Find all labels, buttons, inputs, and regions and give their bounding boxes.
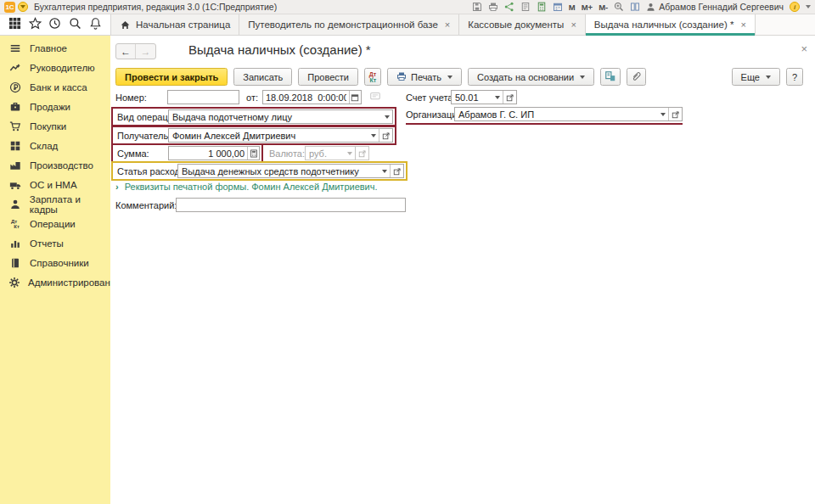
sidebar-item-label: Руководителю: [30, 63, 95, 73]
tab-guide[interactable]: Путеводитель по демонстрационной базе ×: [239, 14, 459, 35]
attachments-button[interactable]: [627, 68, 646, 86]
share-icon[interactable]: [504, 2, 514, 12]
expense-item-dropdown-icon[interactable]: [379, 165, 390, 177]
calculator-button-icon[interactable]: [247, 147, 259, 160]
preview-icon[interactable]: [520, 2, 531, 12]
comment-input[interactable]: [177, 199, 405, 211]
sidebar-item-payroll-hr[interactable]: Зарплата и кадры: [0, 194, 110, 214]
print-details-expander[interactable]: › Реквизиты печатной формы. Фомин Алексе…: [115, 182, 378, 192]
close-tab-icon[interactable]: ×: [740, 20, 745, 30]
tab-label: Начальная страница: [136, 20, 230, 30]
sidebar-item-label: Справочники: [30, 258, 89, 268]
calculator-icon[interactable]: [537, 2, 547, 12]
calendar-icon[interactable]: [553, 2, 563, 12]
post-button[interactable]: Провести: [298, 68, 358, 86]
ruble-coin-icon: [8, 81, 22, 93]
sidebar-item-fixed-assets[interactable]: ОС и НМА: [0, 175, 110, 194]
main-menu-icon[interactable]: [8, 17, 21, 33]
briefcase-icon: [8, 101, 22, 113]
system-menu-icon[interactable]: [18, 2, 28, 12]
back-arrow-icon[interactable]: ←: [116, 44, 136, 59]
sidebar-item-bank-cash[interactable]: Банк и касса: [0, 77, 110, 97]
account-dropdown-icon[interactable]: [492, 91, 503, 104]
search-icon[interactable]: [69, 17, 82, 33]
close-tab-icon[interactable]: ×: [570, 20, 576, 30]
sidebar-item-sales[interactable]: Продажи: [0, 97, 110, 116]
navigation-buttons: ← →: [115, 43, 156, 59]
help-button[interactable]: ?: [786, 68, 803, 86]
sidebar-item-purchases[interactable]: Покупки: [0, 116, 110, 136]
memory-m-button[interactable]: M: [569, 3, 576, 12]
print-details-link[interactable]: Реквизиты печатной формы. Фомин Алексей …: [125, 182, 378, 192]
close-tab-icon[interactable]: ×: [445, 20, 450, 30]
document-form: ← → Выдача наличных (создание) * × Прове…: [110, 36, 815, 504]
paperclip-icon: [631, 70, 642, 83]
memory-m-minus-button[interactable]: M-: [599, 3, 608, 12]
recipient-value[interactable]: Фомин Алексей Дмитриевич: [169, 131, 368, 141]
tab-label: Выдача наличных (создание) *: [594, 20, 734, 30]
sidebar-item-catalogs[interactable]: Справочники: [0, 253, 110, 272]
dtkt-postings-button[interactable]: ДтКт: [364, 68, 381, 86]
organization-value[interactable]: Абрамов Г. С. ИП: [455, 109, 657, 120]
bar-chart-icon: [8, 238, 22, 249]
forward-arrow-icon[interactable]: →: [136, 44, 155, 59]
account-open-icon[interactable]: [503, 91, 516, 104]
home-icon: [120, 20, 131, 31]
tab-cash-issue[interactable]: Выдача наличных (создание) * ×: [586, 14, 756, 35]
info-icon[interactable]: i: [790, 2, 800, 12]
create-based-on-button[interactable]: Создать на основании: [468, 68, 594, 86]
sidebar-item-production[interactable]: Производство: [0, 155, 110, 175]
account-label: Счет учета:: [406, 92, 451, 103]
write-button[interactable]: Записать: [233, 68, 292, 86]
notifications-bell-icon[interactable]: [89, 17, 102, 33]
comment-label: Комментарий:: [115, 200, 176, 210]
sidebar-item-manager[interactable]: Руководителю: [0, 58, 110, 77]
close-form-icon[interactable]: ×: [801, 43, 807, 54]
print-icon[interactable]: [488, 2, 498, 12]
history-clock-icon[interactable]: [48, 17, 61, 33]
tab-label: Кассовые документы: [468, 20, 564, 30]
book-icon: [8, 257, 22, 269]
sidebar-item-main[interactable]: Главное: [0, 38, 110, 58]
more-button[interactable]: Еще: [732, 68, 780, 86]
sidebar-item-label: Отчеты: [30, 238, 64, 249]
account-value[interactable]: 50.01: [452, 92, 492, 103]
related-documents-button[interactable]: [600, 68, 621, 86]
recipient-dropdown-icon[interactable]: [368, 129, 379, 142]
tab-cash-documents[interactable]: Кассовые документы ×: [459, 14, 586, 35]
dtkt-icon: Дт Кт: [8, 219, 22, 229]
trend-icon: [8, 62, 22, 74]
save-icon[interactable]: [472, 2, 482, 12]
calendar-disabled-icon: [369, 91, 381, 104]
boxes-icon: [8, 140, 22, 152]
operation-type-dropdown-icon[interactable]: [381, 110, 392, 123]
titlebar-menu-caret-icon[interactable]: [806, 5, 811, 8]
currency-group: Валюта: руб.: [269, 146, 369, 160]
currency-value: руб.: [306, 148, 344, 159]
print-button[interactable]: Печать: [387, 68, 462, 86]
current-user-name[interactable]: Абрамов Геннадий Сергеевич: [659, 2, 784, 12]
sidebar-item-label: Банк и касса: [30, 82, 87, 92]
print-caret-icon: [447, 76, 452, 79]
organization-open-icon[interactable]: [668, 108, 682, 120]
organization-dropdown-icon[interactable]: [657, 108, 668, 120]
tab-home[interactable]: Начальная страница: [110, 14, 239, 35]
expense-item-open-icon[interactable]: [390, 165, 403, 177]
split-view-icon[interactable]: [630, 2, 640, 12]
sidebar-item-operations[interactable]: Дт КтОперации: [0, 214, 110, 233]
sidebar-item-administration[interactable]: Администрирование: [0, 272, 110, 292]
favorites-star-icon[interactable]: [29, 17, 42, 33]
operation-type-value[interactable]: Выдача подотчетному лицу: [169, 112, 381, 122]
sidebar-item-reports[interactable]: Отчеты: [0, 233, 110, 253]
recipient-open-icon[interactable]: [379, 129, 392, 142]
date-input[interactable]: [263, 91, 349, 104]
sidebar-item-warehouse[interactable]: Склад: [0, 136, 110, 155]
expense-item-value[interactable]: Выдача денежных средств подотчетнику: [178, 166, 379, 176]
user-icon: [646, 3, 655, 12]
memory-m-plus-button[interactable]: M+: [582, 3, 593, 12]
post-and-close-button[interactable]: Провести и закрыть: [115, 68, 228, 86]
zoom-icon[interactable]: [614, 2, 624, 12]
number-input[interactable]: [168, 91, 239, 104]
calendar-picker-icon[interactable]: [349, 91, 361, 104]
amount-input[interactable]: [169, 147, 247, 160]
